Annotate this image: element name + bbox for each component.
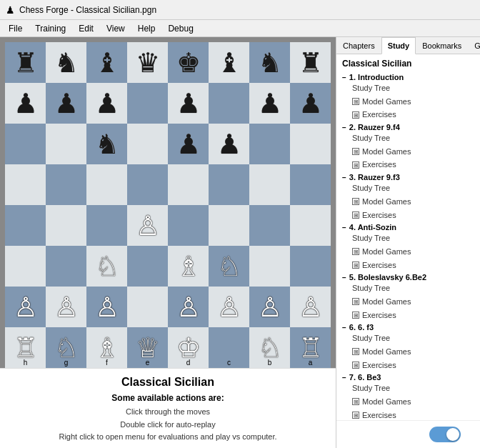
- menu-item-debug[interactable]: Debug: [162, 22, 199, 35]
- file-labels: h g f e d c b a: [5, 357, 331, 368]
- sub-item-6-0[interactable]: Study Tree: [352, 382, 480, 395]
- tab-chapters[interactable]: Chapters: [336, 37, 381, 54]
- square-e2[interactable]: [127, 287, 168, 327]
- square-d5[interactable]: [168, 164, 209, 205]
- tab-study[interactable]: Study: [381, 37, 416, 54]
- chapter-title-1[interactable]: 2. Rauzer 9.f4: [342, 123, 480, 131]
- square-f6[interactable]: ♞: [86, 124, 127, 164]
- tab-games[interactable]: Games: [468, 37, 480, 54]
- square-b7[interactable]: ♟: [249, 83, 290, 124]
- chapter-title-2[interactable]: 3. Rauzer 9.f3: [342, 173, 480, 181]
- chapter-title-6[interactable]: 7. 6. Be3: [342, 373, 480, 382]
- square-a3[interactable]: [290, 246, 331, 287]
- sub-item-3-1[interactable]: ⊞Model Games: [352, 245, 480, 259]
- square-e6[interactable]: [127, 124, 168, 164]
- sub-item-5-1[interactable]: ⊞Model Games: [352, 345, 480, 359]
- square-a8[interactable]: ♜: [290, 42, 331, 83]
- chess-board[interactable]: ♜ ♞ ♝ ♛ ♚ ♝ ♞ ♜ ♟ ♟ ♟ ♟ ♟ ♟: [5, 42, 331, 368]
- menu-item-help[interactable]: Help: [132, 22, 161, 35]
- square-c3[interactable]: ♘: [209, 246, 249, 287]
- square-a7[interactable]: ♟: [290, 83, 331, 124]
- square-f7[interactable]: ♟: [86, 83, 127, 124]
- sub-item-1-2[interactable]: ⊞Exercises: [352, 158, 480, 171]
- square-d4[interactable]: [168, 205, 209, 246]
- square-b3[interactable]: [249, 246, 290, 287]
- sub-item-4-1[interactable]: ⊞Model Games: [352, 295, 480, 309]
- square-g4[interactable]: [46, 205, 86, 246]
- chapter-title-3[interactable]: 4. Anti-Sozin: [342, 223, 480, 232]
- chapter-title-5[interactable]: 6. 6. f3: [342, 323, 480, 332]
- window-title: Chess Forge - Classical Sicilian.pgn: [19, 5, 156, 15]
- sub-item-4-0[interactable]: Study Tree: [352, 282, 480, 295]
- menu-item-edit[interactable]: Edit: [73, 22, 99, 35]
- sub-item-1-1[interactable]: ⊞Model Games: [352, 145, 480, 159]
- square-g8[interactable]: ♞: [46, 42, 86, 83]
- square-e3[interactable]: [127, 246, 168, 287]
- square-h7[interactable]: ♟: [5, 83, 46, 124]
- square-f5[interactable]: [86, 164, 127, 205]
- square-c6[interactable]: ♟: [209, 124, 249, 164]
- menu-item-training[interactable]: Training: [29, 22, 71, 35]
- square-h3[interactable]: [5, 246, 46, 287]
- square-h4[interactable]: [5, 205, 46, 246]
- sub-item-6-1[interactable]: ⊞Model Games: [352, 395, 480, 409]
- square-c2[interactable]: ♙: [209, 287, 249, 327]
- square-d8[interactable]: ♚: [168, 42, 209, 83]
- square-f2[interactable]: ♙: [86, 287, 127, 327]
- square-g7[interactable]: ♟: [46, 83, 86, 124]
- sub-item-3-2[interactable]: ⊞Exercises: [352, 259, 480, 272]
- square-e7[interactable]: [127, 83, 168, 124]
- square-f3[interactable]: ♘: [86, 246, 127, 287]
- square-b8[interactable]: ♞: [249, 42, 290, 83]
- square-a6[interactable]: [290, 124, 331, 164]
- square-h2[interactable]: ♙: [5, 287, 46, 327]
- square-d7[interactable]: ♟: [168, 83, 209, 124]
- square-f8[interactable]: ♝: [86, 42, 127, 83]
- sub-item-0-0[interactable]: Study Tree: [352, 81, 480, 95]
- menu-item-file[interactable]: File: [3, 22, 28, 35]
- toggle-switch[interactable]: [429, 427, 461, 442]
- square-a5[interactable]: [290, 164, 331, 205]
- sub-item-6-2[interactable]: ⊞Exercises: [352, 409, 480, 420]
- square-h6[interactable]: [5, 124, 46, 164]
- square-e5[interactable]: [127, 164, 168, 205]
- chapter-title-4[interactable]: 5. Boleslavsky 6.Be2: [342, 273, 480, 282]
- sub-item-0-2[interactable]: ⊞Exercises: [352, 108, 480, 121]
- menu-item-view[interactable]: View: [101, 22, 131, 35]
- square-h8[interactable]: ♜: [5, 42, 46, 83]
- square-g5[interactable]: [46, 164, 86, 205]
- square-b5[interactable]: [249, 164, 290, 205]
- square-a2[interactable]: ♙: [290, 287, 331, 327]
- square-a4[interactable]: [290, 205, 331, 246]
- square-e4[interactable]: ♙: [127, 205, 168, 246]
- sub-item-3-0[interactable]: Study Tree: [352, 232, 480, 245]
- square-e8[interactable]: ♛: [127, 42, 168, 83]
- tab-bookmarks[interactable]: Bookmarks: [416, 37, 468, 54]
- square-g2[interactable]: ♙: [46, 287, 86, 327]
- sub-item-5-0[interactable]: Study Tree: [352, 332, 480, 345]
- square-d3[interactable]: ♗: [168, 246, 209, 287]
- board-container[interactable]: ♜ ♞ ♝ ♛ ♚ ♝ ♞ ♜ ♟ ♟ ♟ ♟ ♟ ♟: [0, 37, 336, 368]
- square-g6[interactable]: [46, 124, 86, 164]
- sub-item-5-2[interactable]: ⊞Exercises: [352, 359, 480, 372]
- square-h5[interactable]: [5, 164, 46, 205]
- square-b6[interactable]: [249, 124, 290, 164]
- chapter-content[interactable]: Classical Sicilian 1. IntroductionStudy …: [336, 54, 480, 420]
- square-c8[interactable]: ♝: [209, 42, 249, 83]
- sub-item-2-2[interactable]: ⊞Exercises: [352, 209, 480, 222]
- square-b2[interactable]: ♙: [249, 287, 290, 327]
- sub-item-4-2[interactable]: ⊞Exercises: [352, 309, 480, 322]
- square-d2[interactable]: ♙: [168, 287, 209, 327]
- square-g3[interactable]: [46, 246, 86, 287]
- sub-item-2-0[interactable]: Study Tree: [352, 181, 480, 195]
- chapter-title-0[interactable]: 1. Introduction: [342, 73, 480, 81]
- square-f4[interactable]: [86, 205, 127, 246]
- square-b4[interactable]: [249, 205, 290, 246]
- square-d6[interactable]: ♟: [168, 124, 209, 164]
- square-c7[interactable]: [209, 83, 249, 124]
- sub-item-1-0[interactable]: Study Tree: [352, 131, 480, 145]
- square-c4[interactable]: [209, 205, 249, 246]
- square-c5[interactable]: [209, 164, 249, 205]
- sub-item-2-1[interactable]: ⊞Model Games: [352, 195, 480, 209]
- sub-item-0-1[interactable]: ⊞Model Games: [352, 95, 480, 109]
